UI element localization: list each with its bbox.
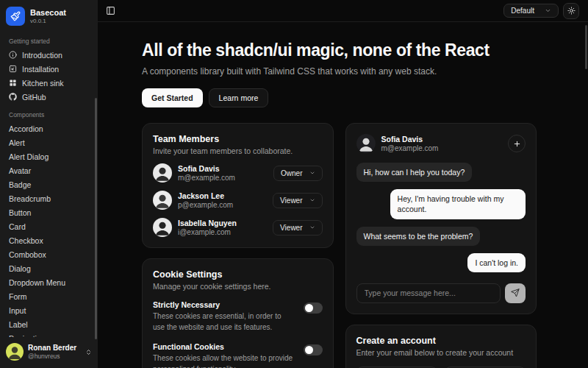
page-title: All of the shadcn/ui magic, none of the … xyxy=(142,40,537,60)
sidebar-item-label: Avatar xyxy=(9,166,31,175)
nav-section-getting-started: Getting started xyxy=(9,38,89,45)
functional-cookies-switch[interactable] xyxy=(304,344,323,355)
member-name: Sofia Davis xyxy=(178,164,235,174)
cookie-setting-row: Strictly Necessary These cookies are ess… xyxy=(153,300,323,333)
sidebar-item-checkbox[interactable]: Checkbox xyxy=(6,233,92,247)
chat-user-avatar xyxy=(356,134,376,153)
sidebar-item-label: Kitchen sink xyxy=(22,79,64,88)
sidebar-item-pagination[interactable]: Pagination xyxy=(6,331,92,337)
strictly-necessary-switch[interactable] xyxy=(304,302,323,314)
sidebar-item-label: Label xyxy=(9,320,28,329)
install-box-icon xyxy=(9,65,17,73)
sidebar-item-label: Accordion xyxy=(9,124,43,133)
sidebar-item-label: Breadcrumb xyxy=(9,194,51,203)
chevron-down-icon xyxy=(309,197,315,203)
main-area: Default All of the shadcn/ui magic, none… xyxy=(98,0,588,368)
chat-message-received: What seems to be the problem? xyxy=(356,227,481,246)
sidebar-item-label: Form xyxy=(9,292,27,301)
sidebar-item-label: Combobox xyxy=(9,250,46,259)
sidebar-item-label: Checkbox xyxy=(9,236,43,245)
member-role-select[interactable]: Owner xyxy=(273,166,322,181)
sidebar-item-badge[interactable]: Badge xyxy=(6,177,92,191)
sidebar-item-github[interactable]: GitHub xyxy=(6,90,92,104)
create-account-card: Create an account Enter your email below… xyxy=(345,325,537,368)
sidebar-header[interactable]: Basecoat v0.0.1 xyxy=(0,0,98,30)
member-role-value: Viewer xyxy=(280,197,302,205)
sidebar-scrollbar[interactable] xyxy=(95,98,97,339)
sidebar-item-label[interactable]: Label xyxy=(6,317,92,331)
sidebar-item-combobox[interactable]: Combobox xyxy=(6,247,92,261)
card-title: Cookie Settings xyxy=(153,269,323,280)
sidebar-item-label: Installation xyxy=(22,65,59,74)
send-icon xyxy=(511,289,520,297)
page-content: All of the shadcn/ui magic, none of the … xyxy=(98,22,588,368)
sidebar-item-breadcrumb[interactable]: Breadcrumb xyxy=(6,191,92,205)
sidebar-item-installation[interactable]: Installation xyxy=(6,62,92,76)
demo-cards: Team Members Invite your team members to… xyxy=(142,123,537,368)
sidebar-item-introduction[interactable]: Introduction xyxy=(6,48,92,62)
sidebar-item-alert-dialog[interactable]: Alert Dialog xyxy=(6,149,92,163)
user-avatar xyxy=(6,343,24,361)
chevron-down-icon xyxy=(309,224,315,230)
page-scrollbar[interactable] xyxy=(585,25,587,69)
sidebar-item-input[interactable]: Input xyxy=(6,303,92,317)
cookie-settings-card: Cookie Settings Manage your cookie setti… xyxy=(142,258,334,368)
member-name: Jackson Lee xyxy=(178,191,233,202)
nav-section-components: Components xyxy=(9,111,89,118)
sidebar-item-form[interactable]: Form xyxy=(6,289,92,303)
send-message-button[interactable] xyxy=(505,283,526,303)
sidebar-item-label: Dialog xyxy=(9,264,31,273)
sidebar-item-avatar[interactable]: Avatar xyxy=(6,163,92,177)
team-members-card: Team Members Invite your team members to… xyxy=(142,123,334,248)
plus-icon xyxy=(513,140,521,148)
sidebar-item-button[interactable]: Button xyxy=(6,205,92,219)
member-email: p@example.com xyxy=(178,201,233,209)
sidebar-user-menu[interactable]: Ronan Berder @hunvreus xyxy=(0,337,98,368)
member-role-value: Owner xyxy=(281,169,302,177)
chevron-down-icon xyxy=(309,170,315,176)
member-role-select[interactable]: Viewer xyxy=(273,220,322,236)
member-email: m@example.com xyxy=(178,174,235,182)
info-icon xyxy=(9,51,17,59)
team-member-row: Sofia Davis m@example.com Owner xyxy=(153,163,323,183)
chat-message-sent: I can't log in. xyxy=(467,253,526,272)
basecoat-app: Basecoat v0.0.1 Getting started Introduc… xyxy=(0,0,588,368)
chat-message-sent: Hey, I'm having trouble with my account. xyxy=(390,189,526,219)
chat-message-input[interactable] xyxy=(356,283,501,303)
get-started-button[interactable]: Get Started xyxy=(142,88,203,107)
theme-select-value: Default xyxy=(511,7,534,15)
sidebar-item-label: GitHub xyxy=(22,93,46,102)
cookie-description: These cookies are essential, in order to… xyxy=(153,311,295,333)
cookie-name: Functional Cookies xyxy=(153,342,295,351)
member-role-select[interactable]: Viewer xyxy=(273,193,322,208)
sidebar-item-label: Introduction xyxy=(22,51,62,60)
sidebar-item-dialog[interactable]: Dialog xyxy=(6,261,92,275)
sidebar-item-card[interactable]: Card xyxy=(6,219,92,233)
theme-select[interactable]: Default xyxy=(503,4,559,18)
cookie-description: These cookies allow the website to provi… xyxy=(153,353,295,368)
chat-card: Sofia Davis m@example.com Hi, how can I … xyxy=(345,123,537,314)
topbar: Default xyxy=(98,0,588,22)
sidebar-item-dropdown-menu[interactable]: Dropdown Menu xyxy=(6,275,92,289)
sidebar-nav: Getting started Introduction Installatio… xyxy=(0,30,98,337)
cookie-name: Strictly Necessary xyxy=(153,300,295,309)
sidebar-item-label: Dropdown Menu xyxy=(9,278,65,287)
sidebar-item-accordion[interactable]: Accordion xyxy=(6,121,92,135)
learn-more-button[interactable]: Learn more xyxy=(209,88,269,107)
sidebar-item-alert[interactable]: Alert xyxy=(6,135,92,149)
team-member-row: Jackson Lee p@example.com Viewer xyxy=(153,191,323,210)
new-message-button[interactable] xyxy=(508,135,526,152)
sidebar-item-label: Alert xyxy=(9,138,25,147)
theme-toggle-button[interactable] xyxy=(563,3,579,19)
panel-left-icon xyxy=(106,6,115,15)
sidebar-toggle-button[interactable] xyxy=(104,4,117,17)
chat-user-name: Sofia Davis xyxy=(381,135,439,145)
sidebar-item-label: Input xyxy=(9,306,26,315)
chat-message-received: Hi, how can I help you today? xyxy=(356,163,473,182)
member-avatar xyxy=(153,218,172,237)
grid-icon xyxy=(9,79,17,87)
sidebar: Basecoat v0.0.1 Getting started Introduc… xyxy=(0,0,98,368)
sidebar-item-label: Card xyxy=(9,222,26,231)
member-name: Isabella Nguyen xyxy=(178,219,237,229)
sidebar-item-kitchen-sink[interactable]: Kitchen sink xyxy=(6,76,92,90)
